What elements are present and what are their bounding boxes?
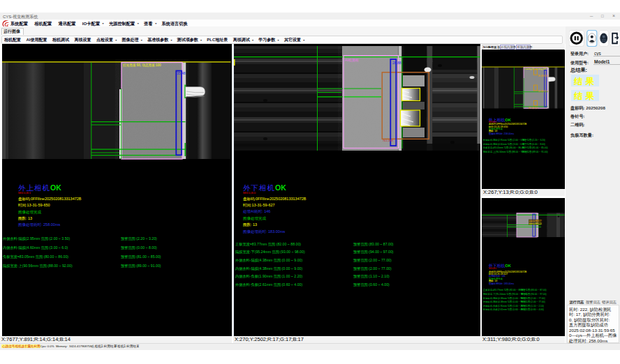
svg-text:AI检测框: AI检测框 (345, 58, 359, 63)
svg-text:28.88: 28.88 (392, 61, 401, 65)
svg-text:灯光亮值:93, 动态亮值:100: 灯光亮值:93, 动态亮值:100 (524, 68, 546, 70)
svg-text:32.1(9.3) 0: 32.1(9.3) 0 (529, 107, 538, 109)
svg-text:隔膜宽度95.24: 隔膜宽度95.24 (529, 222, 542, 225)
svg-text:38.48(3.3) 0: 38.48(3.3) 0 (538, 75, 549, 77)
svg-text:35.48: 35.48 (177, 71, 186, 75)
svg-text:33.08(3.1) 0: 33.08(3.1) 0 (538, 90, 549, 93)
svg-text:76.5 28.8: 76.5 28.8 (383, 139, 393, 142)
